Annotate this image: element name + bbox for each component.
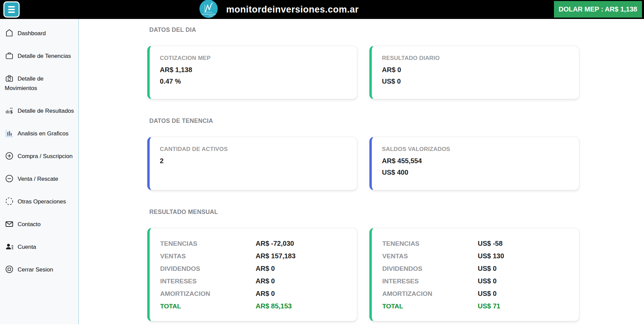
card-cotizacion-mep: COTIZACION MEP AR$ 1,138 0.47 %	[147, 46, 357, 99]
card-value: AR$ 455,554	[382, 155, 569, 167]
hamburger-menu-button[interactable]	[3, 1, 20, 18]
card-label: RESULTADO DIARIO	[382, 55, 569, 62]
card-resultado-mensual-ars: TENENCIAS AR$ -72,030 VENTAS AR$ 157,183…	[147, 228, 357, 321]
envelope-icon	[5, 219, 14, 228]
sidebar-item-cerrar-sesion[interactable]: Cerrar Sesion	[0, 265, 78, 275]
card-value: AR$ 1,138	[160, 64, 347, 75]
logo-small-text: monitordeinversiones	[201, 13, 216, 15]
table-row: DIVIDENDOS AR$ 0	[150, 262, 357, 275]
section-resultado-mensual: RESULTADO MENSUAL TENENCIAS AR$ -72,030 …	[147, 209, 644, 321]
hamburger-icon	[8, 6, 15, 7]
minus-circle-icon	[5, 174, 14, 183]
svg-text:.com.ar: .com.ar	[209, 15, 213, 17]
table-row-total: TOTAL US$ 71	[372, 300, 579, 312]
dashed-circle-icon	[5, 197, 14, 206]
sidebar-item-dashboard[interactable]: Dashboard	[0, 28, 78, 38]
sidebar-item-detalle-tenencias[interactable]: Detalle de Tenencias	[0, 51, 78, 61]
sidebar-item-contacto[interactable]: Contacto	[0, 219, 78, 229]
card-value: US$ 400	[382, 167, 569, 178]
card-cantidad-activos: CANTIDAD DE ACTIVOS 2	[147, 137, 357, 190]
sidebar-item-venta-rescate[interactable]: Venta / Rescate	[0, 174, 78, 184]
brand: monitordeinversiones .com.ar monitordein…	[199, 0, 359, 19]
card-label: COTIZACION MEP	[160, 55, 347, 62]
card-value: US$ 0	[382, 75, 569, 87]
section-title: DATOS DE TENENCIA	[149, 117, 644, 125]
card-saldos-valorizados: SALDOS VALORIZADOS AR$ 455,554 US$ 400	[369, 137, 579, 190]
briefcase-sync-icon	[5, 74, 14, 83]
site-title: monitordeinversiones.com.ar	[226, 4, 359, 15]
table-row: INTERESES US$ 0	[372, 275, 579, 287]
sidebar-item-detalle-resultados[interactable]: $ Detalle de Resultados	[0, 106, 78, 116]
card-label: SALDOS VALORIZADOS	[382, 146, 569, 153]
card-value: 0.47 %	[160, 75, 347, 87]
logout-icon	[5, 265, 14, 274]
card-resultado-mensual-usd: TENENCIAS US$ -58 VENTAS US$ 130 DIVIDEN…	[369, 228, 579, 321]
site-logo-icon: monitordeinversiones .com.ar	[199, 0, 218, 19]
table-row: AMORTIZACION AR$ 0	[150, 287, 357, 300]
home-icon	[5, 28, 14, 38]
section-title: RESULTADO MENSUAL	[149, 209, 644, 216]
sidebar-item-cuenta[interactable]: Cuenta	[0, 242, 78, 252]
table-row: TENENCIAS US$ -58	[372, 237, 579, 250]
sidebar-item-compra-suscripcion[interactable]: Compra / Suscripcion	[0, 151, 78, 161]
table-row: INTERESES AR$ 0	[150, 275, 357, 287]
table-row: DIVIDENDOS US$ 0	[372, 262, 579, 275]
section-datos-de-tenencia: DATOS DE TENENCIA CANTIDAD DE ACTIVOS 2 …	[147, 117, 644, 190]
sidebar-item-analisis-graficos[interactable]: Analisis en Graficos	[0, 129, 78, 138]
finance-icon: $	[5, 106, 14, 115]
bar-chart-icon	[5, 129, 14, 138]
top-header: monitordeinversiones .com.ar monitordein…	[0, 0, 644, 19]
table-row: TENENCIAS AR$ -72,030	[150, 237, 357, 250]
main-content: DATOS DEL DIA COTIZACION MEP AR$ 1,138 0…	[79, 19, 644, 324]
table-row: VENTAS US$ 130	[372, 250, 579, 262]
briefcase-icon	[5, 51, 14, 60]
card-label: CANTIDAD DE ACTIVOS	[160, 146, 347, 153]
table-row: VENTAS AR$ 157,183	[150, 250, 357, 262]
table-row-total: TOTAL AR$ 85,153	[150, 300, 357, 312]
account-icon	[5, 242, 14, 251]
dolar-mep-badge: DOLAR MEP : AR$ 1,138	[554, 1, 642, 18]
table-row: AMORTIZACION US$ 0	[372, 287, 579, 300]
svg-text:$: $	[10, 109, 13, 114]
sidebar-item-otras-operaciones[interactable]: Otras Operaciones	[0, 197, 78, 206]
section-title: DATOS DEL DIA	[149, 26, 644, 34]
section-datos-del-dia: DATOS DEL DIA COTIZACION MEP AR$ 1,138 0…	[147, 26, 644, 99]
sidebar: Dashboard Detalle de Tenencias Detalle d…	[0, 19, 79, 324]
card-value: 2	[160, 155, 347, 167]
sidebar-item-detalle-movimientos[interactable]: Detalle de Movimientos	[0, 74, 78, 93]
card-value: AR$ 0	[382, 64, 569, 75]
plus-circle-icon	[5, 151, 14, 160]
card-resultado-diario: RESULTADO DIARIO AR$ 0 US$ 0	[369, 46, 579, 99]
